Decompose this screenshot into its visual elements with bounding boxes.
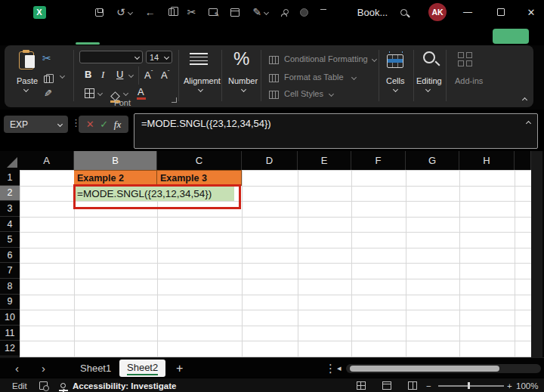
row-header-10[interactable]: 10 bbox=[0, 310, 20, 326]
cut-icon[interactable]: ✂ bbox=[187, 6, 196, 18]
share-button[interactable] bbox=[493, 29, 529, 44]
column-header-G[interactable]: G bbox=[406, 151, 459, 170]
search-icon[interactable] bbox=[396, 0, 411, 24]
enter-icon[interactable]: ✓ bbox=[100, 119, 108, 130]
editing-icon[interactable] bbox=[423, 51, 435, 66]
cell-B1[interactable]: Example 2 bbox=[74, 170, 157, 186]
formula-input[interactable]: =MODE.SNGL({23,12,34,54}) bbox=[134, 113, 538, 149]
close-button[interactable]: ✕ bbox=[523, 0, 539, 24]
column-header-A[interactable]: A bbox=[20, 151, 74, 170]
account-avatar[interactable]: AK bbox=[428, 0, 447, 24]
zoom-in-button[interactable]: + bbox=[507, 378, 512, 392]
name-box[interactable]: EXP bbox=[4, 116, 68, 133]
zoom-out-button[interactable]: − bbox=[426, 378, 431, 392]
column-header-F[interactable]: F bbox=[351, 151, 406, 170]
column-header-E[interactable]: E bbox=[298, 151, 351, 170]
column-header-H[interactable]: H bbox=[459, 151, 515, 170]
draw-pen-icon[interactable]: ✎ bbox=[252, 6, 268, 18]
underline-button[interactable]: U bbox=[116, 69, 123, 80]
person-lock-icon[interactable] bbox=[281, 8, 287, 17]
shrink-font-button[interactable]: Aˇ bbox=[161, 69, 169, 81]
number-format-icon[interactable]: % bbox=[233, 48, 249, 69]
add-sheet-button[interactable]: + bbox=[176, 358, 183, 378]
cell-styles-item[interactable]: Cell Styles bbox=[284, 89, 323, 98]
normal-view-icon[interactable] bbox=[357, 378, 366, 392]
accessibility-icon[interactable] bbox=[60, 378, 66, 392]
minimize-button[interactable]: — bbox=[459, 0, 476, 24]
hscroll-left-arrow[interactable]: ◂ bbox=[337, 358, 342, 378]
sheet-tab-Sheet1[interactable]: Sheet1 bbox=[73, 358, 119, 378]
underline-dropdown-icon[interactable] bbox=[128, 73, 134, 78]
column-header-D[interactable]: D bbox=[242, 151, 298, 170]
add-ins-label[interactable]: Add-ins bbox=[455, 76, 483, 85]
row-header-1[interactable]: 1 bbox=[0, 170, 20, 186]
editing-dropdown-icon[interactable] bbox=[425, 87, 431, 92]
page-break-view-icon[interactable] bbox=[408, 378, 417, 392]
select-all-corner[interactable] bbox=[0, 151, 20, 170]
cells-label[interactable]: Cells bbox=[386, 76, 404, 85]
font-name-combo[interactable] bbox=[79, 51, 143, 63]
format-as-table-item[interactable]: Format as Table bbox=[284, 73, 344, 82]
bold-button[interactable]: B bbox=[85, 69, 91, 80]
alignment-icon[interactable] bbox=[190, 53, 208, 68]
row-header-7[interactable]: 7 bbox=[0, 263, 20, 279]
row-header-8[interactable]: 8 bbox=[0, 279, 20, 295]
paste-dropdown-icon[interactable] bbox=[23, 87, 29, 92]
alignment-label[interactable]: Alignment bbox=[184, 76, 221, 85]
paste-label[interactable]: Paste bbox=[17, 76, 38, 85]
number-dropdown-icon[interactable] bbox=[241, 87, 246, 92]
zoom-slider-thumb[interactable] bbox=[468, 382, 470, 389]
font-color-button[interactable]: A bbox=[138, 86, 144, 97]
back-arrow-icon[interactable]: ← bbox=[145, 6, 156, 18]
cell-C1[interactable]: Example 3 bbox=[157, 170, 242, 186]
row-header-9[interactable]: 9 bbox=[0, 295, 20, 310]
number-label[interactable]: Number bbox=[228, 76, 258, 85]
row-header-4[interactable]: 4 bbox=[0, 217, 20, 233]
cancel-icon[interactable]: ✕ bbox=[86, 119, 94, 130]
cells-icon[interactable] bbox=[387, 54, 403, 71]
zoom-slider[interactable] bbox=[438, 385, 504, 387]
vertical-scrollbar[interactable] bbox=[531, 151, 542, 357]
fill-color-dropdown-icon[interactable] bbox=[123, 91, 128, 96]
grow-font-button[interactable]: Aˆ bbox=[144, 69, 153, 81]
form-icon[interactable] bbox=[230, 8, 240, 17]
insert-function-icon[interactable]: fx bbox=[114, 119, 121, 131]
copy-icon[interactable] bbox=[44, 73, 50, 86]
copy-icon[interactable] bbox=[168, 8, 175, 16]
italic-button[interactable]: I bbox=[101, 69, 104, 81]
next-sheet-button[interactable]: › bbox=[42, 358, 45, 378]
row-header-5[interactable]: 5 bbox=[0, 232, 20, 248]
record-circle-icon[interactable] bbox=[300, 8, 308, 17]
zoom-level[interactable]: 100% bbox=[516, 378, 538, 392]
editing-label[interactable]: Editing bbox=[416, 76, 442, 85]
row-header-12[interactable]: 12 bbox=[0, 341, 20, 357]
borders-dropdown-icon[interactable] bbox=[97, 91, 103, 96]
horizontal-scrollbar-thumb[interactable] bbox=[350, 366, 499, 372]
row-header-11[interactable]: 11 bbox=[0, 326, 20, 341]
alignment-dropdown-icon[interactable] bbox=[198, 87, 203, 92]
paste-picture-icon[interactable] bbox=[209, 8, 218, 16]
cells-dropdown-icon[interactable] bbox=[393, 87, 398, 92]
save-icon[interactable] bbox=[95, 8, 104, 17]
sheet-tab-Sheet2[interactable]: Sheet2 bbox=[119, 360, 165, 377]
copy-dropdown-icon[interactable] bbox=[60, 73, 65, 79]
page-layout-view-icon[interactable] bbox=[382, 378, 391, 392]
row-header-3[interactable]: 3 bbox=[0, 201, 20, 217]
column-header-B[interactable]: B bbox=[74, 151, 157, 170]
row-header-2[interactable]: 2 bbox=[0, 186, 20, 202]
undo-icon[interactable]: ↺ bbox=[116, 6, 132, 18]
prev-sheet-button[interactable]: ‹ bbox=[15, 358, 19, 378]
conditional-formatting-item[interactable]: Conditional Formatting bbox=[284, 54, 368, 63]
paste-button[interactable] bbox=[19, 51, 34, 73]
borders-button[interactable] bbox=[85, 88, 94, 101]
accessibility-status[interactable]: Accessibility: Investigate bbox=[73, 378, 176, 392]
format-painter-icon[interactable]: ✎ bbox=[44, 88, 52, 99]
column-header-C[interactable]: C bbox=[157, 151, 242, 170]
excel-logo[interactable]: X bbox=[32, 0, 47, 24]
sheet-menu-icon[interactable]: ⋮ bbox=[325, 358, 336, 378]
column-header-partial[interactable] bbox=[515, 151, 531, 170]
collapse-ribbon-icon[interactable] bbox=[522, 97, 527, 103]
font-size-combo[interactable]: 14 bbox=[146, 51, 172, 63]
macro-record-icon[interactable] bbox=[39, 378, 48, 392]
cut-icon[interactable]: ✂ bbox=[42, 52, 51, 64]
